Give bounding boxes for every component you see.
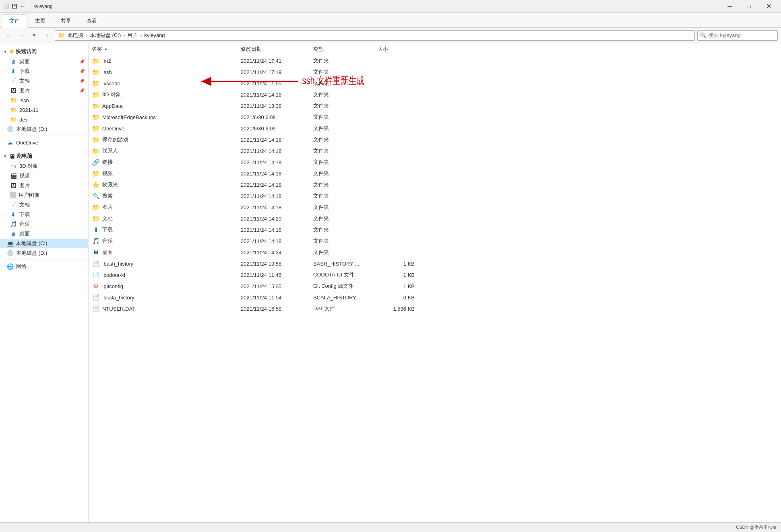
sidebar-item-dev[interactable]: 📁 dev [0, 115, 88, 124]
maximize-button[interactable]: □ [740, 1, 758, 12]
file-name: 保存的游戏 [102, 136, 241, 143]
table-row[interactable]: 🔗 链接 2021/11/24 14:18 文件夹 [89, 157, 781, 168]
sidebar-pc-desktop[interactable]: 🖥 桌面 [0, 229, 88, 239]
docs-icon: 📄 [10, 77, 17, 85]
sidebar-pc-3d-label: 3D 对象 [19, 163, 85, 170]
minimize-button[interactable]: ─ [721, 1, 739, 12]
file-date: 2021/6/30 6:09 [241, 126, 313, 132]
file-icon: ⬇ [92, 226, 100, 234]
table-row[interactable]: 📁 联系人 2021/11/24 14:18 文件夹 [89, 145, 781, 157]
file-date: 2021/11/24 17:19 [241, 69, 313, 75]
sidebar-pc-download[interactable]: ⬇ 下载 [0, 210, 88, 219]
file-type: 文件夹 [313, 80, 378, 87]
table-row[interactable]: 📁 3D 对象 2021/11/24 14:18 文件夹 [89, 89, 781, 100]
col-type-header[interactable]: 类型 [313, 45, 378, 53]
sidebar-item-download[interactable]: ⬇ 下载 📌 [0, 66, 88, 76]
file-icon: 🔍 [92, 192, 100, 200]
col-size-header[interactable]: 大小 [378, 45, 418, 53]
file-type: 文件夹 [313, 249, 378, 256]
table-row[interactable]: 📁 视频 2021/11/24 14:18 文件夹 [89, 168, 781, 179]
table-row[interactable]: 🎵 音乐 2021/11/24 14:18 文件夹 [89, 235, 781, 247]
table-row[interactable]: ⚙ .gitconfig 2021/11/24 15:35 Git Config… [89, 280, 781, 292]
address-bar: ← → ▼ ↑ 📁 此电脑 › 本地磁盘 (C:) › 用户 › kyleyan… [0, 28, 781, 43]
sidebar-pc-video[interactable]: 🎬 视频 [0, 171, 88, 181]
sidebar-pc-3d[interactable]: 🗃 3D 对象 [0, 161, 88, 171]
search-input[interactable] [708, 32, 773, 38]
up-button[interactable]: ↑ [42, 30, 52, 41]
sidebar-pc-pictures[interactable]: 🖼 图片 [0, 181, 88, 190]
file-icon: 📁 [92, 214, 100, 223]
file-name: 音乐 [102, 237, 241, 245]
sidebar-pc-docs[interactable]: 📄 文档 [0, 200, 88, 210]
table-row[interactable]: 📁 文档 2021/11/24 14:29 文件夹 [89, 213, 781, 224]
file-type: 文件夹 [313, 170, 378, 177]
file-icon: 📄 [92, 293, 100, 301]
file-size: 1,536 KB [378, 306, 418, 312]
file-date: 2021/11/24 14:18 [241, 227, 313, 233]
table-row[interactable]: 📁 .ssh 2021/11/24 17:19 文件夹 [89, 66, 781, 78]
sidebar-quickaccess-header[interactable]: ▼ ★ 快速访问 [0, 46, 88, 57]
sidebar-network-label: 网络 [16, 263, 85, 270]
tab-home[interactable]: 主页 [27, 14, 53, 28]
tab-view[interactable]: 查看 [79, 14, 105, 28]
sidebar-drived2[interactable]: 💿 本地磁盘 (D:) [0, 248, 88, 258]
file-list-header: 名称 ▲ 修改日期 类型 大小 [89, 43, 781, 55]
file-date: 2021/11/24 14:18 [241, 204, 313, 210]
table-row[interactable]: 📁 OneDrive 2021/6/30 6:09 文件夹 [89, 123, 781, 134]
breadcrumb-2[interactable]: 用户 [127, 32, 138, 39]
col-name-header[interactable]: 名称 ▲ [92, 45, 241, 53]
table-row[interactable]: 📁 保存的游戏 2021/11/24 14:18 文件夹 [89, 134, 781, 145]
sidebar-pc-user[interactable]: 用户图像 [0, 190, 88, 200]
table-row[interactable]: 📁 .vscode 2021/11/24 11:55 文件夹 [89, 78, 781, 89]
breadcrumb-3[interactable]: kyleyang [144, 32, 165, 38]
sidebar-thispc-header[interactable]: ▼ 🖥 此电脑 [0, 151, 88, 161]
tab-share[interactable]: 共享 [53, 14, 79, 28]
file-type: 文件夹 [313, 136, 378, 143]
tab-file[interactable]: 文件 [2, 14, 27, 28]
window-controls[interactable]: ─ □ ✕ [721, 1, 778, 12]
drived-icon: 💿 [6, 126, 14, 133]
table-row[interactable]: ⬇ 下载 2021/11/24 14:18 文件夹 [89, 224, 781, 235]
col-date-header[interactable]: 修改日期 [241, 45, 313, 53]
file-icon: 📁 [92, 124, 100, 132]
table-row[interactable]: 📁 AppData 2021/11/24 13:38 文件夹 [89, 100, 781, 111]
table-row[interactable]: ⭐ 收藏夹 2021/11/24 14:18 文件夹 [89, 179, 781, 190]
file-type: 文件夹 [313, 102, 378, 109]
sidebar-item-drived[interactable]: 💿 本地磁盘 (D:) [0, 124, 88, 134]
table-row[interactable]: 📁 图片 2021/11/24 14:18 文件夹 [89, 202, 781, 213]
table-row[interactable]: 📁 MicrosoftEdgeBackups 2021/6/30 6:08 文件… [89, 111, 781, 123]
sidebar-item-ssh[interactable]: 📁 .ssh [0, 95, 88, 105]
sidebar-pc-music[interactable]: 🎵 音乐 [0, 219, 88, 229]
forward-button[interactable]: → [16, 30, 27, 41]
up-dropdown-button[interactable]: ▼ [29, 30, 39, 41]
search-icon: 🔍 [700, 32, 707, 38]
sidebar-item-2021[interactable]: 📁 2021-11 [0, 105, 88, 115]
sidebar-item-onedrive[interactable]: ☁ OneDrive [0, 138, 88, 147]
sidebar-item-docs[interactable]: 📄 文档 📌 [0, 76, 88, 86]
breadcrumb-1[interactable]: 本地磁盘 (C:) [90, 32, 121, 39]
sidebar-item-pictures[interactable]: 🖼 图片 📌 [0, 86, 88, 95]
file-date: 2021/11/24 14:18 [241, 193, 313, 199]
sidebar-drivec[interactable]: 💻 本地磁盘 (C:) [0, 239, 88, 248]
table-row[interactable]: 📄 .bash_history 2021/11/24 19:58 BASH_HI… [89, 258, 781, 269]
table-row[interactable]: 📄 .codota-id 2021/11/24 11:46 CODOTA-ID … [89, 269, 781, 280]
table-row[interactable]: 📄 NTUSER.DAT 2021/11/24 16:58 DAT 文件 1,5… [89, 303, 781, 314]
address-path[interactable]: 📁 此电脑 › 本地磁盘 (C:) › 用户 › kyleyang [55, 30, 695, 41]
sidebar-item-desktop[interactable]: 🖥 桌面 📌 [0, 57, 88, 66]
breadcrumb-0[interactable]: 此电脑 [68, 32, 83, 39]
close-button[interactable]: ✕ [759, 1, 778, 12]
file-type: 文件夹 [313, 68, 378, 76]
sidebar-network[interactable]: 🌐 网络 [0, 262, 88, 271]
title-bar-icons: ⬜ 💾 ↩ | [3, 3, 29, 10]
pc-user-icon [10, 192, 16, 198]
divider-3 [0, 260, 88, 260]
file-icon: 🔗 [92, 158, 100, 166]
table-row[interactable]: 🖥 桌面 2021/11/24 14:24 文件夹 [89, 247, 781, 258]
table-row[interactable]: 📁 .m2 2021/11/24 17:41 文件夹 [89, 55, 781, 66]
table-row[interactable]: 📄 .scala_history 2021/11/24 11:54 SCALA_… [89, 292, 781, 303]
table-row[interactable]: 🔍 搜索 2021/11/24 14:18 文件夹 [89, 190, 781, 202]
sidebar-drivec-label: 本地磁盘 (C:) [16, 240, 85, 247]
sep-2: › [140, 33, 142, 38]
back-button[interactable]: ← [3, 30, 14, 41]
search-box[interactable]: 🔍 [697, 30, 778, 41]
